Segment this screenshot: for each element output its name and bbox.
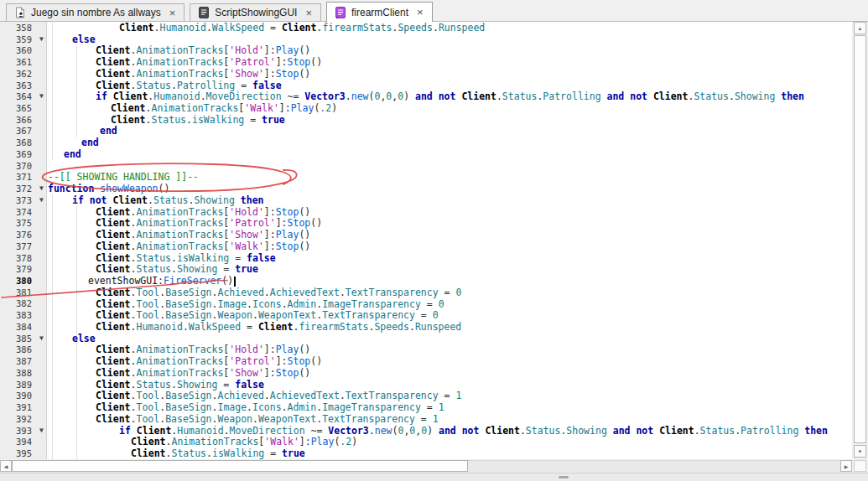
line-number[interactable]: 367 (0, 126, 35, 136)
code-line[interactable]: 365Client.AnimationTracks['Walk']:Play(.… (0, 102, 852, 114)
code-line[interactable]: 364▼if Client.Humanoid.MoveDirection ~= … (0, 91, 852, 102)
vertical-scrollbar-thumb[interactable] (854, 35, 866, 443)
scroll-up-button[interactable]: ▲ (854, 22, 866, 34)
line-number[interactable]: 370 (0, 161, 35, 171)
line-number[interactable]: 364 (0, 91, 35, 101)
code-line[interactable]: 385▼else (0, 333, 852, 344)
tab-close-icon[interactable]: × (304, 8, 313, 18)
line-number[interactable]: 374 (0, 207, 35, 217)
code-line[interactable]: 392Client.Tool.BaseSign.Weapon.WeaponTex… (0, 413, 852, 425)
line-number[interactable]: 380 (0, 276, 35, 286)
line-number[interactable]: 378 (0, 253, 35, 263)
line-number[interactable]: 383 (0, 310, 35, 320)
line-number[interactable]: 394 (0, 437, 35, 447)
code-text: end (100, 125, 117, 137)
line-number[interactable]: 372 (0, 184, 35, 194)
chevron-down-icon[interactable]: ▼ (35, 197, 48, 204)
line-number[interactable]: 387 (0, 356, 35, 366)
code-line[interactable]: 377Client.AnimationTracks['Walk']:Stop() (0, 240, 852, 252)
code-line[interactable]: 390Client.Tool.BaseSign.Achieved.Achieve… (0, 390, 852, 402)
code-line[interactable]: 363Client.Status.Patrolling = false (0, 80, 852, 91)
chevron-down-icon[interactable]: ▼ (35, 93, 48, 100)
code-line[interactable]: 359▼else (0, 34, 852, 45)
horizontal-scrollbar-thumb[interactable] (12, 460, 468, 472)
scroll-down-button[interactable]: ▼ (854, 445, 866, 458)
chevron-down-icon[interactable]: ▼ (35, 185, 48, 192)
code-line[interactable]: 366Client.Status.isWalking = true (0, 114, 852, 126)
tab-close-icon[interactable]: × (169, 8, 177, 18)
code-line[interactable]: 375Client.AnimationTracks['Patrol']:Stop… (0, 217, 852, 229)
code-line[interactable]: 387Client.AnimationTracks['Patrol']:Stop… (0, 355, 852, 367)
line-number[interactable]: 384 (0, 322, 35, 332)
code-line[interactable]: 369end (0, 148, 852, 160)
code-line[interactable]: 384Client.Humanoid.WalkSpeed = Client.fi… (0, 321, 852, 333)
code-line[interactable]: 391Client.Tool.BaseSign.Image.Icons.Admi… (0, 401, 852, 413)
line-number[interactable]: 369 (0, 149, 35, 159)
line-number[interactable]: 391 (0, 402, 35, 412)
tab-scriptshowinggui[interactable]: ScriptShowingGUI× (190, 3, 321, 21)
tab-close-icon[interactable]: × (416, 7, 424, 18)
code-line[interactable]: 372▼function showWeapon() (0, 183, 852, 194)
chevron-down-icon[interactable]: ▼ (35, 36, 48, 43)
code-line[interactable]: 361Client.AnimationTracks['Patrol']:Stop… (0, 56, 852, 68)
code-line[interactable]: 383Client.Tool.BaseSign.Weapon.WeaponTex… (0, 309, 852, 321)
line-number[interactable]: 393 (0, 426, 35, 436)
line-number[interactable]: 392 (0, 414, 35, 424)
resize-grip[interactable] (559, 476, 569, 478)
line-number[interactable]: 376 (0, 230, 35, 240)
line-number[interactable]: 388 (0, 368, 35, 378)
code-line[interactable]: 386Client.AnimationTracks['Hold']:Play() (0, 344, 852, 356)
code-line[interactable]: 368end (0, 137, 852, 148)
code-line[interactable]: 362Client.AnimationTracks['Show']:Stop() (0, 68, 852, 80)
chevron-down-icon[interactable]: ▼ (35, 335, 48, 342)
code-line[interactable]: 360Client.AnimationTracks['Hold']:Play() (0, 44, 852, 56)
code-line[interactable]: 367end (0, 126, 852, 137)
line-number[interactable]: 377 (0, 241, 35, 251)
line-number[interactable]: 373 (0, 195, 35, 205)
code-line[interactable]: 370 (0, 160, 852, 172)
line-number[interactable]: 375 (0, 218, 35, 228)
line-number[interactable]: 381 (0, 287, 35, 297)
code-text: Client.Tool.BaseSign.Weapon.WeaponText.T… (96, 413, 439, 425)
code-line[interactable]: 380eventShowGUI:FireServer() (0, 275, 852, 287)
code-line[interactable]: 395Client.Status.isWalking = true (0, 447, 852, 459)
scroll-left-button[interactable]: ◀ (0, 460, 12, 472)
line-number[interactable]: 385 (0, 334, 35, 344)
line-number[interactable]: 363 (0, 80, 35, 91)
code-line[interactable]: 388Client.AnimationTracks['Show']:Stop() (0, 367, 852, 379)
scroll-right-button[interactable]: ▶ (840, 460, 852, 472)
code-line[interactable]: 378Client.Status.isWalking = false (0, 252, 852, 264)
line-number[interactable]: 361 (0, 57, 35, 67)
line-number[interactable]: 371 (0, 172, 35, 182)
code-editor[interactable]: 358Client.Humanoid.WalkSpeed = Client.fi… (0, 22, 852, 459)
code-line[interactable]: 381Client.Tool.BaseSign.Achieved.Achieve… (0, 287, 852, 298)
script-editor-window: Juego sin nombre As allways×ScriptShowin… (0, 0, 868, 481)
tab-juego-sin-nombre-as-allways[interactable]: Juego sin nombre As allways× (6, 3, 185, 21)
line-number[interactable]: 386 (0, 344, 35, 354)
code-line[interactable]: 379Client.Status.Showing = true (0, 263, 852, 275)
chevron-down-icon[interactable]: ▼ (35, 427, 48, 434)
code-line[interactable]: 358Client.Humanoid.WalkSpeed = Client.fi… (0, 22, 852, 34)
line-number[interactable]: 395 (0, 448, 35, 458)
line-number[interactable]: 360 (0, 45, 35, 55)
code-line[interactable]: 382Client.Tool.BaseSign.Image.Icons.Admi… (0, 298, 852, 310)
line-number[interactable]: 389 (0, 380, 35, 390)
code-line[interactable]: 389Client.Status.Showing = false (0, 379, 852, 390)
line-number[interactable]: 368 (0, 137, 35, 147)
code-line[interactable]: 374Client.AnimationTracks['Hold']:Stop() (0, 206, 852, 218)
tab-firearmclient[interactable]: firearmClient× (326, 2, 433, 22)
line-number[interactable]: 379 (0, 264, 35, 274)
code-line[interactable]: 393▼if Client.Humanoid.MoveDirection ~= … (0, 425, 852, 437)
line-number[interactable]: 366 (0, 115, 35, 125)
line-number[interactable]: 382 (0, 298, 35, 308)
code-line[interactable]: 371--[[ SHOWING HANDLING ]]-- (0, 172, 852, 184)
line-number[interactable]: 362 (0, 69, 35, 79)
code-line[interactable]: 394Client.AnimationTracks['Walk']:Play(.… (0, 436, 852, 447)
line-number[interactable]: 365 (0, 103, 35, 113)
line-number[interactable]: 390 (0, 390, 35, 401)
code-line[interactable]: 373▼if not Client.Status.Showing then (0, 194, 852, 206)
line-number[interactable]: 359 (0, 34, 35, 44)
line-number[interactable]: 358 (0, 23, 35, 33)
code-line[interactable]: 376Client.AnimationTracks['Show']:Play() (0, 229, 852, 240)
code-text: Client.Status.Showing = true (96, 263, 258, 275)
